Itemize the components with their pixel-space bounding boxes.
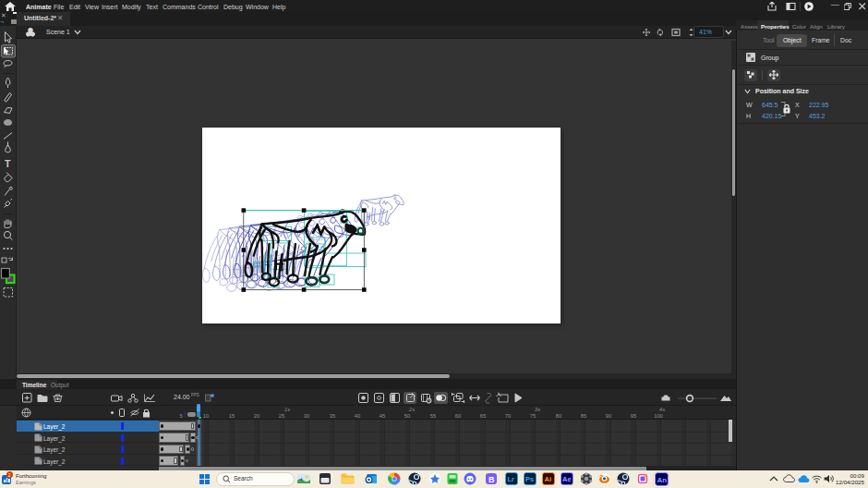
svg-text:Lr: Lr — [508, 475, 515, 483]
svg-text:T: T — [5, 158, 11, 169]
svg-text:An: An — [657, 476, 668, 484]
svg-text:Ai: Ai — [545, 475, 552, 483]
svg-text:Ae: Ae — [562, 475, 572, 483]
svg-text:B: B — [488, 475, 495, 484]
svg-text:Ps: Ps — [525, 475, 534, 483]
